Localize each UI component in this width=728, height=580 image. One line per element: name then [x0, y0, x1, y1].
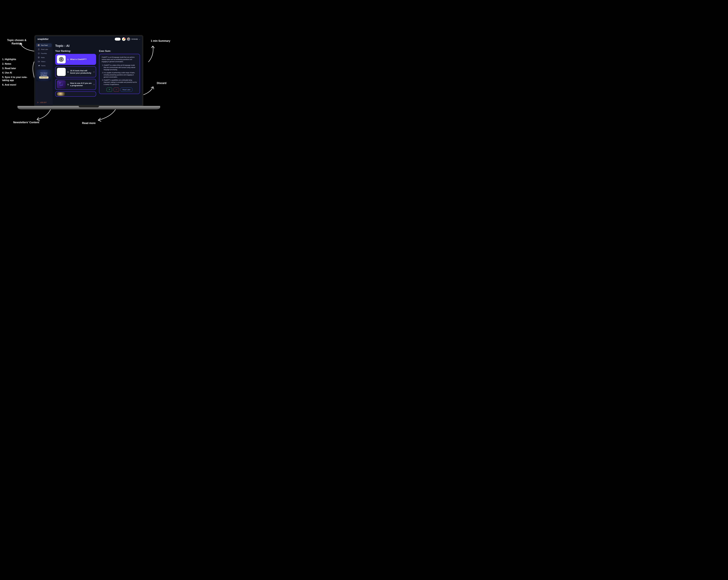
- workspace: Your Feed Read Later Favorites Notes: [35, 43, 142, 105]
- laptop-mockup: snapletter 🔔 Armindo ⌄ Your Feed: [18, 35, 160, 116]
- promo-card: Time Saved 14 hours Invite a friend: [36, 70, 51, 81]
- ranking-title: Your Ranking:: [55, 50, 96, 52]
- exec-actions: + − Read Later: [102, 88, 137, 92]
- sidebar-item-label: Tweets: [41, 65, 46, 66]
- exec-intro: ChatGPT is an AI language model that can…: [102, 56, 137, 63]
- invite-friend-button[interactable]: Invite a friend: [39, 76, 49, 79]
- sidebar-item-videos[interactable]: Videos: [36, 60, 52, 63]
- laptop-notch: [79, 106, 99, 107]
- sidebar-item-your-feed[interactable]: Your Feed: [36, 44, 52, 47]
- theme-toggle[interactable]: [115, 38, 121, 40]
- twitter-icon: [38, 64, 40, 67]
- ranking-column: Your Ranking: 1. What is ChatGPT?: [55, 50, 96, 105]
- user-name: Armindo: [131, 38, 138, 40]
- ranking-num-3: 3.: [68, 83, 69, 86]
- exec-title: Exec Sum:: [99, 50, 140, 52]
- sidebar: Your Feed Read Later Favorites Notes: [35, 43, 53, 105]
- user-menu[interactable]: Armindo ⌄: [127, 37, 140, 41]
- sidebar-item-favorites[interactable]: Favorites: [36, 52, 52, 55]
- topbar: snapletter 🔔 Armindo ⌄: [35, 36, 142, 43]
- ranking-num-2: 2.: [68, 71, 69, 73]
- bookmark-icon: [38, 48, 40, 50]
- logout-label: LOG OUT: [40, 102, 47, 103]
- logout-button[interactable]: LOG OUT: [35, 101, 53, 105]
- ranking-title-1: What is ChatGPT?: [70, 58, 87, 60]
- add-button[interactable]: +: [107, 88, 112, 92]
- user-avatar: [127, 37, 130, 41]
- stack-icon: [38, 56, 40, 58]
- chevron-right-icon: ›: [94, 83, 94, 86]
- sidebar-item-label: Notes: [41, 57, 45, 58]
- svg-point-3: [59, 83, 60, 83]
- ranking-card-4[interactable]: [55, 91, 96, 96]
- ranking-list: 1. What is ChatGPT?: [55, 54, 96, 96]
- svg-rect-2: [59, 85, 63, 85]
- ranking-thumb-2: [57, 68, 66, 76]
- sidebar-item-label: Read Later: [41, 49, 48, 50]
- sidebar-item-read-later[interactable]: Read Later: [36, 48, 52, 51]
- notifications-button[interactable]: 🔔: [122, 37, 126, 41]
- avatar-icon: [38, 44, 40, 46]
- promo-hours: 14 hours: [41, 74, 47, 76]
- exec-column: Exec Sum: ChatGPT is an AI language mode…: [99, 50, 140, 105]
- chevron-down-icon: ⌄: [139, 38, 140, 40]
- topic-title: Topic : AI: [55, 44, 140, 48]
- ranking-thumb-1: [57, 55, 66, 63]
- chevron-right-icon: ›: [94, 71, 94, 73]
- exec-summary-card: ChatGPT is an AI language model that can…: [99, 54, 140, 94]
- sidebar-item-notes[interactable]: Notes: [36, 56, 52, 59]
- logout-icon: [37, 102, 39, 103]
- laptop-icon: [58, 82, 64, 87]
- app-root: snapletter 🔔 Armindo ⌄ Your Feed: [35, 36, 142, 105]
- discard-button[interactable]: −: [113, 88, 119, 92]
- columns: Your Ranking: 1. What is ChatGPT?: [55, 50, 140, 105]
- sidebar-item-tweets[interactable]: Tweets: [36, 64, 52, 67]
- ranking-card-1[interactable]: 1. What is ChatGPT?: [55, 54, 96, 65]
- sidebar-item-label: Videos: [41, 61, 45, 62]
- exec-bullet-2: It is capable of performing a wide range…: [104, 72, 137, 78]
- sidebar-item-label: Your Feed: [41, 45, 48, 46]
- ranking-title-3: How to use AI if you are a programmer: [70, 82, 92, 87]
- exec-bullet-3: ChatGPT's capabilities are continually b…: [104, 79, 137, 86]
- bell-icon: 🔔: [123, 38, 125, 40]
- svg-rect-1: [60, 83, 62, 85]
- app-logo: snapletter: [37, 38, 49, 40]
- laptop-screen: snapletter 🔔 Armindo ⌄ Your Feed: [34, 35, 144, 106]
- sidebar-item-label: Favorites: [41, 53, 47, 54]
- promo-title: Time Saved: [40, 72, 47, 74]
- ranking-thumb-4: [57, 92, 66, 96]
- ranking-title-2: 10 AI tools that will boost your product…: [70, 70, 92, 74]
- ranking-card-2[interactable]: 2. 10 AI tools that will boost your prod…: [55, 66, 96, 77]
- ranking-card-3[interactable]: 3. How to use AI if you are a programmer…: [55, 79, 96, 90]
- exec-bullet-1: ChatGPT is a state-of-the-art AI languag…: [104, 64, 137, 71]
- video-icon: [38, 60, 40, 62]
- exec-bullets: ChatGPT is a state-of-the-art AI languag…: [102, 64, 137, 86]
- read-later-button[interactable]: Read Later: [121, 88, 132, 92]
- openai-icon: [58, 57, 64, 62]
- heart-icon: [38, 52, 40, 54]
- ranking-thumb-3: [57, 80, 66, 88]
- ranking-num-1: 1.: [68, 58, 69, 60]
- main-content: Topic : AI Your Ranking:: [53, 43, 142, 105]
